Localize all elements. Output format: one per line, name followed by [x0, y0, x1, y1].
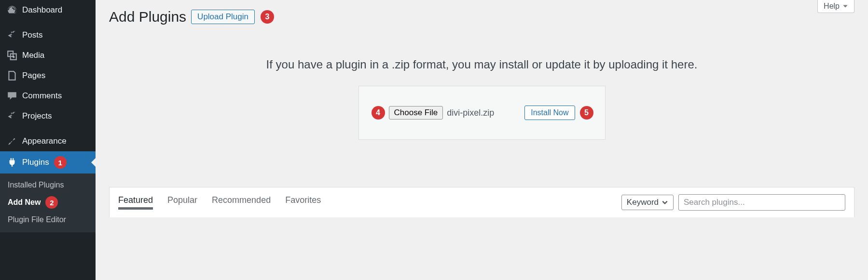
tab-featured[interactable]: Featured [118, 195, 153, 210]
help-tab[interactable]: Help [817, 0, 854, 13]
sidebar-item-plugins[interactable]: Plugins 1 [0, 151, 96, 173]
choose-file-button[interactable]: Choose File [389, 106, 443, 120]
step-badge-5: 5 [580, 106, 593, 120]
main-content: Help Add Plugins Upload Plugin 3 If you … [96, 0, 868, 280]
tab-popular[interactable]: Popular [167, 195, 197, 210]
submenu-item-label: Plugin File Editor [8, 215, 66, 224]
tab-recommended[interactable]: Recommended [212, 195, 271, 210]
sidebar-item-dashboard[interactable]: Dashboard [0, 0, 96, 20]
submenu-add-new[interactable]: Add New 2 [0, 193, 96, 212]
chevron-down-icon [661, 199, 668, 206]
selected-filename: divi-pixel.zip [447, 108, 494, 118]
upload-description: If you have a plugin in a .zip format, y… [109, 58, 854, 71]
page-icon [7, 70, 17, 81]
sidebar-item-posts[interactable]: Posts [0, 25, 96, 45]
svg-point-0 [13, 56, 14, 58]
sidebar-item-pages[interactable]: Pages [0, 66, 96, 86]
sidebar-item-media[interactable]: Media [0, 45, 96, 66]
sidebar-item-comments[interactable]: Comments [0, 86, 96, 106]
chevron-down-icon [842, 3, 848, 9]
filter-tabs: Featured Popular Recommended Favorites [118, 195, 321, 210]
comment-icon [7, 91, 17, 101]
sidebar-item-label: Pages [22, 71, 45, 80]
sidebar-item-label: Comments [22, 91, 62, 101]
help-tab-label: Help [824, 2, 840, 11]
submenu-item-label: Installed Plugins [8, 181, 64, 189]
sidebar-item-label: Appearance [22, 136, 67, 146]
upload-plugin-button[interactable]: Upload Plugin [191, 10, 255, 24]
plugins-submenu: Installed Plugins Add New 2 Plugin File … [0, 173, 96, 232]
sidebar-item-label: Posts [22, 30, 43, 40]
sidebar-item-label: Dashboard [22, 5, 62, 15]
sidebar-item-label: Media [22, 51, 44, 60]
media-icon [7, 50, 17, 61]
step-badge-2: 2 [45, 196, 58, 209]
search-type-label: Keyword [627, 198, 659, 207]
sidebar-item-label: Projects [22, 111, 52, 121]
step-badge-4: 4 [372, 106, 385, 120]
brush-icon [7, 136, 17, 147]
submenu-plugin-file-editor[interactable]: Plugin File Editor [0, 212, 96, 227]
search-type-select[interactable]: Keyword [621, 195, 674, 210]
page-title: Add Plugins [109, 9, 186, 25]
step-badge-1: 1 [54, 156, 67, 169]
submenu-installed-plugins[interactable]: Installed Plugins [0, 177, 96, 193]
pin-icon [7, 30, 17, 40]
dashboard-icon [7, 5, 17, 15]
upload-box: 4 Choose File divi-pixel.zip Install Now… [358, 86, 606, 140]
admin-sidebar: Dashboard Posts Media Pages Comments Pro… [0, 0, 96, 280]
step-badge-3: 3 [261, 10, 274, 24]
tab-favorites[interactable]: Favorites [285, 195, 321, 210]
sidebar-item-projects[interactable]: Projects [0, 106, 96, 126]
sidebar-item-label: Plugins [22, 158, 49, 167]
install-now-button[interactable]: Install Now [524, 106, 575, 120]
pin-icon [7, 111, 17, 121]
search-plugins-input[interactable] [678, 194, 845, 211]
submenu-item-label: Add New [8, 198, 41, 207]
plugin-icon [7, 157, 17, 168]
sidebar-item-appearance[interactable]: Appearance [0, 131, 96, 151]
filter-bar: Featured Popular Recommended Favorites K… [109, 187, 854, 217]
